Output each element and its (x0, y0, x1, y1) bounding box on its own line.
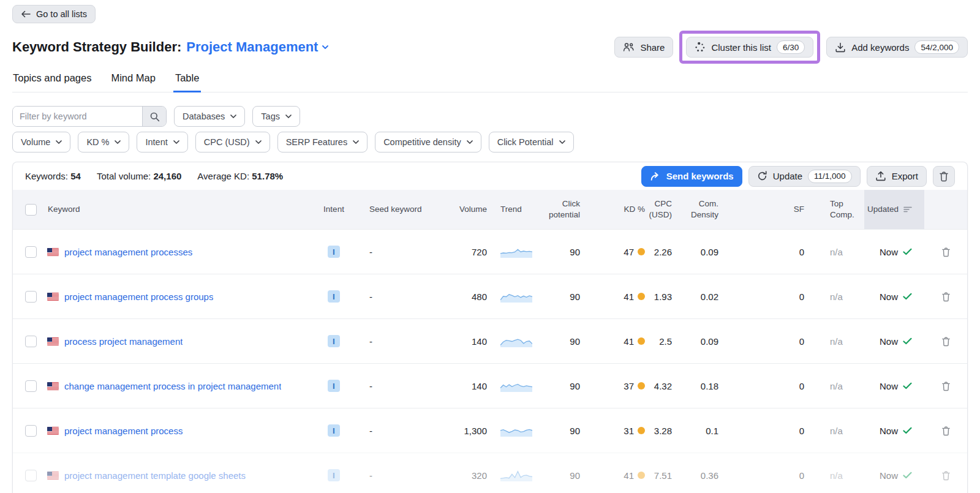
chevron-down-icon (559, 140, 565, 145)
row-checkbox[interactable] (25, 425, 37, 437)
check-icon (903, 337, 912, 345)
delete-row-icon[interactable] (941, 426, 951, 436)
row-checkbox[interactable] (25, 470, 37, 481)
add-keywords-button[interactable]: Add keywords 54/2,000 (826, 37, 968, 58)
kd-dot-icon (638, 382, 645, 390)
filter-competitive-density[interactable]: Competitive density (375, 132, 481, 152)
us-flag-icon (47, 472, 59, 480)
click-potential-value: 90 (533, 381, 580, 391)
col-intent[interactable]: Intent (315, 204, 352, 215)
col-click-potential[interactable]: Click potential (533, 198, 580, 220)
intent-badge: I (328, 469, 340, 481)
col-com-density[interactable]: Com. Density (684, 198, 728, 220)
select-all-checkbox[interactable] (25, 204, 37, 216)
advanced-filters: VolumeKD %IntentCPC (USD)SERP FeaturesCo… (12, 132, 968, 152)
chevron-down-icon (115, 140, 121, 145)
col-sf[interactable]: SF (728, 204, 815, 215)
keyword-link[interactable]: project management process (64, 426, 183, 436)
updated-value: Now (864, 470, 924, 481)
top-comp-value: n/a (815, 470, 864, 481)
seed-keyword-value: - (352, 336, 426, 347)
delete-row-icon[interactable] (941, 336, 951, 347)
check-icon (903, 427, 912, 434)
col-top-comp[interactable]: Top Comp. (815, 198, 864, 220)
send-keywords-button[interactable]: Send keywords (641, 166, 742, 187)
keyword-link[interactable]: project management process groups (64, 292, 213, 302)
col-keyword[interactable]: Keyword (47, 204, 315, 215)
kd-value: 41 (580, 292, 645, 302)
col-seed-keyword[interactable]: Seed keyword (352, 204, 426, 215)
delete-row-icon[interactable] (941, 247, 951, 257)
us-flag-icon (47, 382, 59, 390)
list-name-dropdown[interactable]: Project Management (186, 39, 328, 55)
share-button[interactable]: Share (614, 37, 673, 58)
row-checkbox[interactable] (25, 336, 37, 347)
filter-cpc-usd-[interactable]: CPC (USD) (195, 132, 270, 152)
volume-value: 140 (426, 381, 487, 391)
filter-click-potential[interactable]: Click Potential (489, 132, 574, 152)
delete-row-icon[interactable] (941, 292, 951, 302)
trend-sparkline (487, 379, 533, 393)
col-kd[interactable]: KD % (580, 204, 645, 215)
col-trend: Trend (487, 204, 533, 215)
export-up-icon (875, 171, 886, 181)
keyword-link[interactable]: project management template google sheet… (64, 470, 246, 481)
row-checkbox[interactable] (25, 291, 37, 303)
row-checkbox[interactable] (25, 246, 37, 258)
tags-dropdown[interactable]: Tags (252, 106, 300, 127)
list-stats: Keywords: 54 Total volume: 24,160 Averag… (25, 171, 283, 181)
cpc-value: 3.28 (645, 426, 684, 436)
volume-value: 320 (426, 470, 487, 481)
updated-value: Now (864, 426, 924, 436)
filter-intent[interactable]: Intent (137, 132, 187, 152)
updated-value: Now (864, 336, 924, 347)
delete-row-icon[interactable] (941, 381, 951, 391)
update-button[interactable]: Update 11/1,000 (748, 166, 861, 187)
table-row: project management process I - 1,300 90 … (13, 408, 967, 453)
trend-sparkline (487, 245, 533, 258)
tab-topics-and-pages[interactable]: Topics and pages (12, 69, 92, 92)
cluster-this-list-button[interactable]: Cluster this list 6/30 (686, 37, 813, 58)
delete-list-button[interactable] (933, 166, 955, 187)
col-updated-sorted[interactable]: Updated (864, 190, 924, 229)
table-body: project management processes I - 720 90 … (13, 229, 967, 493)
com-density-value: 0.09 (684, 247, 728, 257)
com-density-value: 0.09 (684, 336, 728, 347)
view-tabs: Topics and pagesMind MapTable (12, 69, 968, 92)
trend-sparkline (487, 424, 533, 437)
top-comp-value: n/a (815, 381, 864, 391)
row-checkbox[interactable] (25, 380, 37, 392)
volume-value: 140 (426, 336, 487, 347)
chevron-down-icon (230, 115, 236, 119)
trend-sparkline (487, 469, 533, 482)
com-density-value: 0.18 (684, 381, 728, 391)
cluster-highlight-annotation: Cluster this list 6/30 (679, 31, 820, 64)
keyword-link[interactable]: change management process in project man… (64, 381, 281, 391)
table-row: project management processes I - 720 90 … (13, 229, 967, 274)
click-potential-value: 90 (533, 470, 580, 481)
seed-keyword-value: - (352, 292, 426, 302)
delete-row-icon[interactable] (941, 470, 951, 481)
search-button[interactable] (142, 107, 166, 126)
export-button[interactable]: Export (867, 166, 927, 187)
keyword-filter-input[interactable] (13, 107, 142, 126)
keyword-link[interactable]: project management processes (64, 247, 192, 257)
databases-dropdown[interactable]: Databases (174, 106, 245, 127)
col-volume[interactable]: Volume (426, 204, 487, 215)
filter-serp-features[interactable]: SERP Features (277, 132, 368, 152)
tab-table[interactable]: Table (175, 69, 200, 92)
com-density-value: 0.02 (684, 292, 728, 302)
filter-volume[interactable]: Volume (12, 132, 70, 152)
col-cpc[interactable]: CPC (USD) (645, 198, 684, 220)
share-people-icon (623, 42, 635, 52)
tab-mind-map[interactable]: Mind Map (110, 69, 156, 92)
check-icon (903, 382, 912, 390)
kd-value: 37 (580, 381, 645, 391)
keyword-link[interactable]: process project management (64, 336, 183, 347)
keyword-strategy-builder-page: Go to all lists Keyword Strategy Builder… (0, 0, 980, 493)
filter-kd-[interactable]: KD % (78, 132, 129, 152)
go-to-all-lists-button[interactable]: Go to all lists (12, 5, 96, 23)
cpc-value: 4.32 (645, 381, 684, 391)
search-icon (149, 111, 160, 122)
trend-sparkline (487, 334, 533, 348)
